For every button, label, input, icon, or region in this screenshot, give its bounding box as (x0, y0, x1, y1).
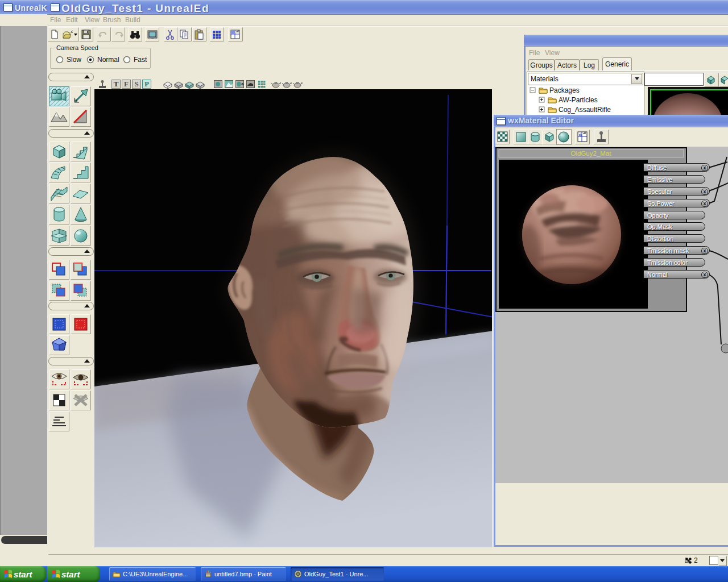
svg-text:Cog_AssaultRifle: Cog_AssaultRifle (559, 106, 611, 114)
svg-text:T: T (114, 80, 119, 88)
svg-text:start: start (61, 569, 81, 579)
svg-text:AW-Particles: AW-Particles (559, 96, 598, 104)
svg-text:S: S (134, 80, 138, 88)
svg-text:F: F (124, 80, 129, 88)
svg-text:OldGuy2_Mat: OldGuy2_Mat (571, 150, 612, 157)
svg-text:Packages: Packages (549, 86, 580, 94)
svg-text:start: start (14, 569, 33, 579)
svg-text:Normal: Normal (97, 56, 119, 64)
svg-text:Slow: Slow (67, 56, 81, 64)
svg-text:2: 2 (694, 556, 698, 564)
svg-text:Fast: Fast (134, 56, 147, 64)
svg-text:P: P (144, 80, 149, 88)
